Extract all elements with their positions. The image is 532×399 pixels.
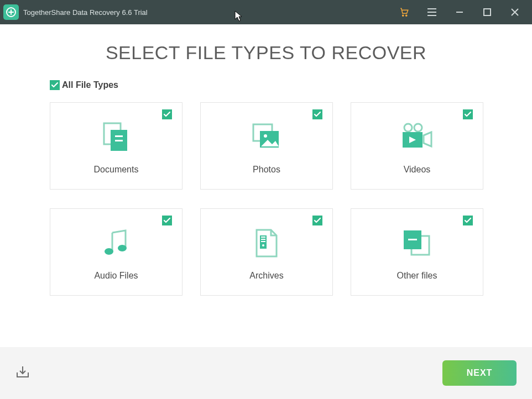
- card-archives[interactable]: Archives: [200, 208, 333, 296]
- cart-button[interactable]: [390, 0, 418, 24]
- svg-point-15: [118, 245, 127, 251]
- svg-point-1: [403, 15, 404, 16]
- svg-point-11: [404, 124, 412, 132]
- card-photos-checkbox[interactable]: [312, 109, 322, 119]
- videos-icon: [399, 119, 435, 155]
- svg-rect-3: [484, 9, 491, 15]
- card-audio-label: Audio Files: [94, 271, 138, 281]
- card-videos[interactable]: Videos: [351, 102, 483, 190]
- next-button[interactable]: NEXT: [442, 360, 517, 386]
- card-documents-checkbox[interactable]: [162, 109, 172, 119]
- documents-icon: [100, 119, 133, 155]
- svg-point-20: [262, 244, 264, 246]
- svg-rect-17: [261, 237, 265, 238]
- svg-point-2: [406, 15, 407, 16]
- svg-rect-23: [408, 239, 417, 240]
- svg-point-10: [264, 134, 267, 138]
- close-button[interactable]: [501, 0, 529, 24]
- minimize-button[interactable]: [446, 0, 473, 24]
- svg-rect-7: [115, 140, 123, 141]
- select-all-label: All File Types: [62, 80, 118, 90]
- card-photos-label: Photos: [253, 165, 280, 175]
- svg-rect-6: [115, 135, 123, 137]
- audio-icon: [101, 225, 131, 261]
- svg-point-14: [105, 248, 113, 255]
- card-archives-label: Archives: [249, 271, 283, 281]
- card-documents-label: Documents: [94, 165, 139, 175]
- card-videos-label: Videos: [404, 165, 431, 175]
- app-title: TogetherShare Data Recovery 6.6 Trial: [23, 8, 148, 17]
- app-logo-icon: [3, 4, 19, 20]
- svg-rect-19: [261, 241, 265, 242]
- titlebar[interactable]: TogetherShare Data Recovery 6.6 Trial: [0, 0, 532, 24]
- card-documents[interactable]: Documents: [50, 102, 182, 190]
- card-audio-checkbox[interactable]: [162, 216, 172, 225]
- footer: NEXT: [0, 347, 532, 399]
- page-heading: SELECT FILE TYPES TO RECOVER: [0, 42, 532, 64]
- maximize-button[interactable]: [473, 0, 501, 24]
- other-icon: [400, 225, 434, 261]
- card-audio[interactable]: Audio Files: [50, 208, 182, 296]
- import-button[interactable]: [15, 365, 30, 381]
- select-all-row[interactable]: All File Types: [0, 80, 532, 90]
- card-other-checkbox[interactable]: [463, 216, 473, 225]
- card-other[interactable]: Other files: [351, 208, 483, 296]
- card-photos[interactable]: Photos: [200, 102, 333, 190]
- svg-rect-18: [261, 239, 265, 240]
- content-area: SELECT FILE TYPES TO RECOVER All File Ty…: [0, 24, 532, 347]
- card-archives-checkbox[interactable]: [312, 216, 322, 225]
- card-other-label: Other files: [397, 271, 437, 281]
- file-type-grid: Documents Photos: [0, 102, 532, 296]
- select-all-checkbox[interactable]: [50, 80, 60, 90]
- card-videos-checkbox[interactable]: [463, 109, 473, 119]
- app-window: TogetherShare Data Recovery 6.6 Trial: [0, 0, 532, 399]
- photos-icon: [250, 119, 283, 155]
- svg-point-12: [414, 124, 422, 132]
- titlebar-drag-area[interactable]: [148, 0, 390, 24]
- menu-button[interactable]: [418, 0, 446, 24]
- archives-icon: [254, 225, 279, 261]
